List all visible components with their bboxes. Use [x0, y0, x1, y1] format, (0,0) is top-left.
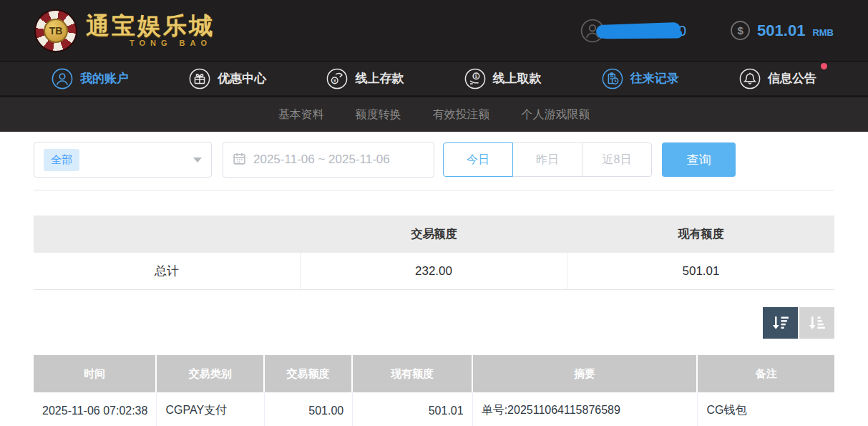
col-header-remark: 备注	[698, 355, 834, 392]
cell-type: CGPAY支付	[157, 392, 264, 426]
col-header-summary: 摘要	[473, 355, 698, 392]
table-row: 2025-11-06 07:02:38 CGPAY支付 501.00 501.0…	[34, 392, 834, 426]
notification-dot	[821, 63, 827, 69]
sort-controls	[34, 307, 834, 339]
cell-remark: CG钱包	[698, 392, 834, 426]
redacted-username-scribble	[596, 22, 681, 39]
dollar-icon: $	[731, 21, 750, 40]
cell-amount: 501.00	[265, 392, 353, 426]
withdraw-icon: $	[464, 68, 486, 89]
nav-item-transaction-records[interactable]: 往来记录	[602, 68, 679, 89]
subnav-item-valid-bets[interactable]: 有效投注额	[433, 107, 490, 122]
svg-text:¥: ¥	[333, 77, 336, 82]
svg-text:$: $	[474, 73, 477, 78]
poker-chip-icon: TB	[34, 9, 77, 52]
cell-summary: 单号:202511064115876589	[473, 392, 698, 426]
subnav-item-game-limits[interactable]: 个人游戏限额	[522, 107, 590, 122]
balance-display[interactable]: $ 501.01 RMB	[731, 21, 834, 40]
summary-header-transaction-amount: 交易额度	[301, 216, 567, 253]
calendar-icon	[233, 152, 246, 168]
col-header-amount: 交易额度	[265, 355, 353, 392]
subnav-item-quota-transfer[interactable]: 额度转换	[356, 107, 401, 122]
content-area: 全部 2025-11-06 ~ 2025-11-06 今日 昨日 近8日 查询	[0, 132, 868, 426]
summary-table: 交易额度 现有额度 总计 232.00 501.01	[34, 216, 834, 290]
brand-logo[interactable]: TB 通宝娱乐城 TONG BAO	[34, 9, 215, 52]
nav-item-promotions[interactable]: 优惠中心	[189, 68, 266, 89]
summary-header-empty	[34, 216, 301, 253]
date-range-value: 2025-11-06 ~ 2025-11-06	[253, 153, 390, 167]
today-button[interactable]: 今日	[443, 142, 513, 177]
records-clipboard-icon	[602, 68, 623, 89]
sort-descending-button[interactable]	[763, 307, 798, 339]
records-table: 时间 交易类别 交易额度 现有额度 摘要 备注 2025-11-06 07:02…	[34, 355, 834, 426]
query-button[interactable]: 查询	[662, 142, 736, 177]
header-right: 0 $ 501.01 RMB	[580, 19, 834, 43]
nav-item-deposit[interactable]: ¥ 线上存款	[326, 68, 404, 89]
type-select[interactable]: 全部	[34, 142, 212, 178]
user-account[interactable]: 0	[580, 19, 686, 43]
summary-header-current-balance: 现有额度	[567, 216, 834, 253]
quick-date-button-group: 今日 昨日 近8日	[443, 142, 652, 177]
records-table-header: 时间 交易类别 交易额度 现有额度 摘要 备注	[34, 355, 834, 392]
summary-total-label: 总计	[34, 253, 301, 289]
summary-current-balance: 501.01	[567, 253, 834, 289]
summary-total-row: 总计 232.00 501.01	[34, 253, 834, 290]
top-header: TB 通宝娱乐城 TONG BAO 0 $ 501.01 RMB	[0, 0, 868, 62]
cell-time: 2025-11-06 07:02:38	[34, 392, 157, 426]
col-header-balance: 现有额度	[353, 355, 472, 392]
nav-item-withdraw[interactable]: $ 线上取款	[464, 68, 542, 89]
chip-monogram: TB	[44, 19, 68, 43]
col-header-time: 时间	[34, 355, 157, 392]
bell-icon	[739, 68, 761, 89]
subnav-item-basic-info[interactable]: 基本资料	[278, 107, 324, 122]
nav-item-my-account[interactable]: 我的账户	[52, 68, 129, 89]
balance-amount: 501.01	[757, 21, 805, 40]
user-icon	[52, 68, 73, 89]
main-nav: 我的账户 优惠中心 ¥ 线上存款 $	[0, 62, 868, 97]
selected-type-tag[interactable]: 全部	[44, 149, 79, 171]
sub-nav: 基本资料 额度转换 有效投注额 个人游戏限额	[0, 97, 868, 132]
filter-row: 全部 2025-11-06 ~ 2025-11-06 今日 昨日 近8日 查询	[34, 142, 834, 178]
chevron-down-icon	[193, 158, 202, 163]
balance-currency: RMB	[812, 27, 834, 38]
date-range-input[interactable]: 2025-11-06 ~ 2025-11-06	[223, 142, 434, 178]
col-header-type: 交易类别	[157, 355, 264, 392]
section-divider	[34, 190, 834, 190]
site-title: 通宝娱乐城	[86, 14, 215, 39]
site-subtitle: TONG BAO	[130, 39, 212, 47]
gift-icon	[189, 68, 210, 89]
deposit-icon: ¥	[326, 68, 348, 89]
sort-ascending-button[interactable]	[799, 307, 834, 339]
cell-balance: 501.01	[353, 392, 472, 426]
nav-item-announcements[interactable]: 信息公告	[739, 68, 816, 89]
last-8-days-button[interactable]: 近8日	[582, 142, 652, 177]
yesterday-button[interactable]: 昨日	[512, 142, 582, 177]
summary-transaction-amount: 232.00	[301, 253, 567, 289]
logo-text: 通宝娱乐城 TONG BAO	[86, 14, 215, 47]
summary-table-header: 交易额度 现有额度	[34, 216, 834, 253]
